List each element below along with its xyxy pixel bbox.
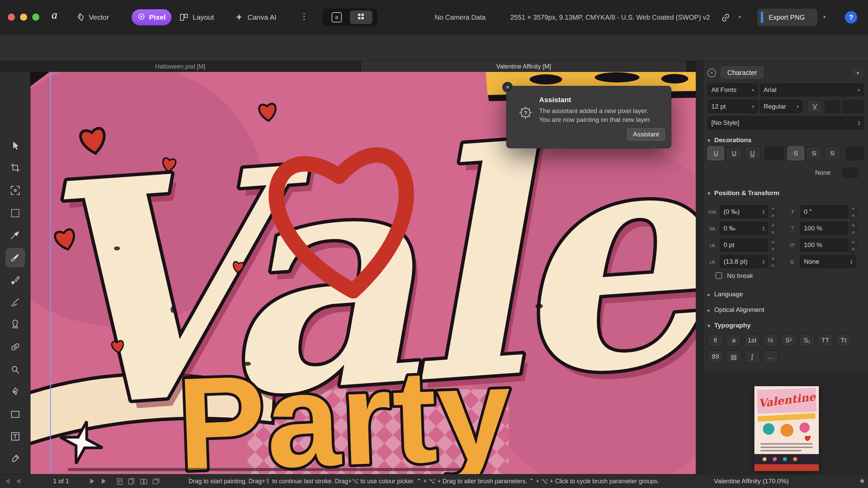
font-collection-dropdown[interactable]: All Fonts xyxy=(708,83,758,96)
strikethrough-single-button[interactable]: S xyxy=(788,147,804,160)
shear-stepper[interactable] xyxy=(850,205,856,219)
assistant-close-button[interactable]: × xyxy=(502,82,513,93)
fractions-button[interactable]: ½ xyxy=(763,334,778,347)
tab-valentine[interactable]: Valentine Affinity [M] xyxy=(361,61,687,72)
baseline-shift-field[interactable]: 0 pt xyxy=(720,239,768,251)
dodge-burn-tool[interactable] xyxy=(6,360,25,379)
crop-tool[interactable] xyxy=(6,158,25,177)
tab-halloween[interactable]: Halloween.psd [M] xyxy=(0,61,361,72)
typography-panel-button[interactable]: V xyxy=(807,100,822,113)
document-preview-thumbnail[interactable]: Valentine xyxy=(754,386,819,471)
optical-alignment-label: Optical Alignment xyxy=(714,306,765,314)
assistant-preferences-button[interactable]: a xyxy=(326,11,348,24)
leading-stepper[interactable] xyxy=(770,255,776,269)
language-section-header[interactable]: Language xyxy=(708,290,743,298)
selection-frame-tool[interactable] xyxy=(6,181,25,200)
leading-field[interactable]: (13.8 pt) xyxy=(720,255,768,268)
position-transform-section-header[interactable]: Position & Transform xyxy=(708,189,780,197)
rectangular-marquee-tool[interactable] xyxy=(6,204,25,223)
no-break-checkbox[interactable] xyxy=(715,272,722,279)
vertical-scale-field[interactable]: 100 % xyxy=(800,239,848,251)
persona-overflow-menu-icon[interactable]: ⋮ xyxy=(300,11,309,22)
horizontal-scrollbar[interactable] xyxy=(68,468,461,471)
move-tool[interactable] xyxy=(6,136,25,155)
character-panel-tab[interactable]: Character xyxy=(721,67,764,79)
brush-context-toolbar: 64 px 100 % 100 % 80 % More Stabiliser ∿ xyxy=(0,34,868,61)
persona-vector[interactable]: Vector xyxy=(75,9,109,25)
persona-canva-ai[interactable]: Canva AI xyxy=(235,9,276,25)
assistant-settings-button[interactable]: Assistant xyxy=(627,128,665,140)
font-size-dropdown[interactable]: 12 pt xyxy=(708,100,758,113)
horizontal-scale-field[interactable]: 100 % xyxy=(800,222,848,235)
strikethrough-colour-well[interactable] xyxy=(846,147,864,160)
ligatures-button[interactable]: fi xyxy=(708,334,723,347)
all-caps-button[interactable]: TT xyxy=(817,334,833,347)
horizontal-scale-stepper[interactable] xyxy=(850,222,856,236)
swashes-button[interactable]: ∫ xyxy=(744,350,760,363)
oldstyle-figures-glyph: 89 xyxy=(712,353,719,360)
underline-single-button[interactable]: U xyxy=(708,147,724,160)
zoom-window-button[interactable] xyxy=(32,14,39,21)
underline-colour-well[interactable] xyxy=(765,147,784,160)
text-frame-tool[interactable] xyxy=(6,427,25,446)
strikethrough-word-button[interactable]: S xyxy=(806,147,822,160)
small-caps-button[interactable]: Tt xyxy=(836,334,851,347)
kerning-stepper[interactable] xyxy=(770,205,776,219)
typography-section-header[interactable]: Typography xyxy=(708,322,751,329)
colour-picker-tool[interactable] xyxy=(6,449,25,468)
tracking-field[interactable]: 0 ‰ xyxy=(720,222,768,235)
studio-presets-button[interactable] xyxy=(350,11,372,24)
panel-collapse-button[interactable] xyxy=(851,67,864,79)
glyph-browser-button[interactable]: ▤ xyxy=(726,350,742,363)
kerning-field[interactable]: (0 ‰) xyxy=(720,205,768,218)
alternates-button[interactable]: a xyxy=(726,334,742,347)
tracking-stepper[interactable] xyxy=(770,222,776,236)
underline-word-button[interactable]: U xyxy=(726,147,742,160)
hardware-menu-chevron-icon[interactable] xyxy=(738,14,741,20)
typography-more-button[interactable]: … xyxy=(763,350,778,363)
no-break-label: No break xyxy=(727,272,753,280)
previous-page-button[interactable] xyxy=(16,478,20,484)
last-page-button[interactable] xyxy=(102,478,106,484)
optical-alignment-section-header[interactable]: Optical Alignment xyxy=(708,306,764,314)
panel-close-button[interactable]: × xyxy=(707,69,716,77)
view-options-star-icon[interactable]: ∗ xyxy=(859,477,865,485)
paint-brush-tool[interactable] xyxy=(6,248,25,267)
superscript-button[interactable]: S¹ xyxy=(781,334,796,347)
strikethrough-double-button[interactable]: S xyxy=(824,147,841,160)
persona-pixel[interactable]: Pixel xyxy=(132,9,172,25)
clone-stamp-tool[interactable] xyxy=(6,315,25,334)
stroke-colour-well[interactable] xyxy=(843,100,864,113)
export-options-chevron-icon[interactable] xyxy=(823,14,826,20)
persona-layout[interactable]: Layout xyxy=(179,9,214,25)
font-weight-dropdown[interactable]: Regular xyxy=(760,100,803,113)
selection-brush-tool[interactable] xyxy=(6,226,25,245)
page-copy-icon[interactable] xyxy=(127,477,135,487)
minimize-window-button[interactable] xyxy=(20,14,27,21)
decoration-colour-well[interactable] xyxy=(843,168,858,178)
pixel-tool[interactable] xyxy=(6,271,25,290)
fill-colour-well[interactable] xyxy=(825,100,840,113)
smudge-tool[interactable] xyxy=(6,293,25,312)
healing-brush-tool[interactable] xyxy=(6,337,25,356)
hardware-acceleration-icon[interactable] xyxy=(720,12,731,24)
page-icon[interactable] xyxy=(116,477,123,487)
pen-tool[interactable] xyxy=(6,382,25,401)
next-page-button[interactable] xyxy=(90,478,94,484)
decorations-section-header[interactable]: Decorations xyxy=(708,136,751,144)
shear-field[interactable]: 0 ° xyxy=(800,205,848,218)
oldstyle-figures-button[interactable]: 89 xyxy=(708,350,723,363)
vertical-scale-stepper[interactable] xyxy=(850,239,856,252)
font-family-dropdown[interactable]: Arial xyxy=(760,83,864,96)
underline-double-button[interactable]: U xyxy=(744,147,761,160)
export-png-button[interactable]: Export PNG xyxy=(757,8,817,26)
subscript-button[interactable]: S₁ xyxy=(799,334,815,347)
rectangle-tool[interactable] xyxy=(6,405,25,424)
first-page-button[interactable] xyxy=(5,478,9,484)
ordinals-button[interactable]: 1st xyxy=(744,334,760,347)
close-window-button[interactable] xyxy=(8,14,15,21)
text-style-popup[interactable]: [No Style] xyxy=(708,116,864,129)
baseline-shift-stepper[interactable] xyxy=(770,239,776,252)
leading-override-popup[interactable]: None xyxy=(800,255,856,268)
help-button[interactable]: ? xyxy=(845,11,857,23)
